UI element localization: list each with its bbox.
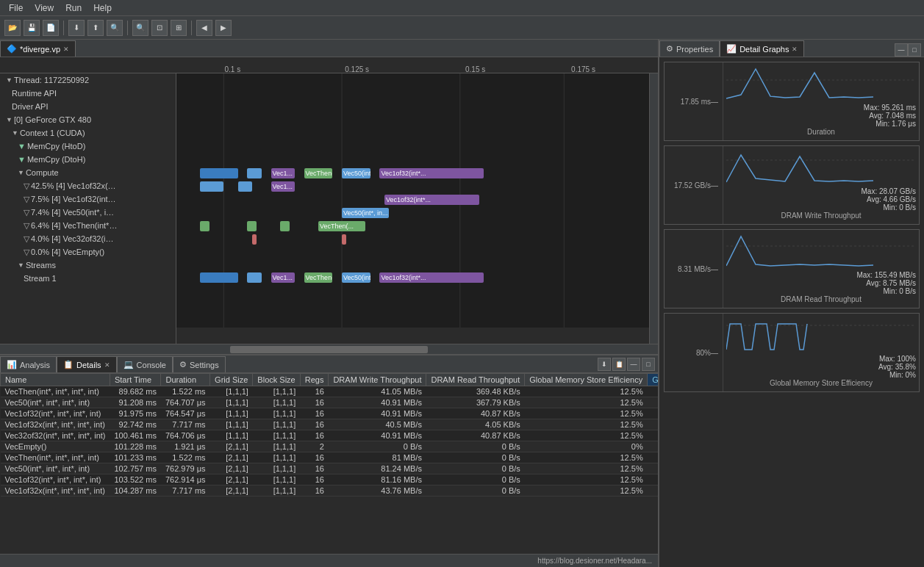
zoom-fit-button[interactable]: ⊡	[151, 20, 168, 36]
copy-details-button[interactable]: 📋	[612, 358, 626, 371]
hscroll-thumb[interactable]	[230, 346, 428, 353]
kernel-row5-2[interactable]	[342, 234, 346, 245]
table-row[interactable]: VecEmpty()101.228 ms1.921 μs[2,1,1][1,1,…	[1, 441, 659, 452]
tab-properties[interactable]: ⚙ Properties	[659, 40, 720, 57]
tree-item-thread[interactable]: ▼ Thread: 1172250992	[0, 73, 176, 87]
menu-file[interactable]: File	[3, 1, 29, 15]
tree-item-vec1of32x-425[interactable]: ▽ 42.5% [4] Vec1of32x(…	[0, 179, 176, 192]
col-global-store[interactable]: Global Memory Store Efficiency	[525, 374, 648, 386]
kernel-block-vec1[interactable]: Vec1...	[271, 168, 295, 178]
maximize-right-button[interactable]: □	[908, 43, 921, 57]
tab-console[interactable]: 💻 Console	[117, 356, 173, 372]
minimize-right-button[interactable]: —	[895, 43, 908, 57]
kernel-block-vec1of32[interactable]: Vec1of32(int*...	[379, 168, 483, 178]
table-row[interactable]: Vec50(int*, int*, int*, int)102.757 ms76…	[1, 463, 659, 474]
kernel-row1-3[interactable]: Vec1...	[271, 181, 295, 192]
table-cell: 7.717 ms	[161, 419, 210, 430]
table-row[interactable]: Vec1of32x(int*, int*, int*, int)92.742 m…	[1, 419, 659, 430]
import-button[interactable]: ⬇	[68, 20, 85, 36]
tab-detail-graphs[interactable]: 📈 Detail Graphs ✕	[720, 40, 804, 57]
tree-item-runtime-api[interactable]: Runtime API	[0, 87, 176, 100]
tab-settings[interactable]: ⚙ Settings	[173, 356, 226, 372]
tab-detail-graphs-close[interactable]: ✕	[792, 46, 798, 53]
stream1-block-3[interactable]: Vec1...	[271, 272, 295, 283]
col-duration[interactable]: Duration	[161, 374, 210, 386]
table-row[interactable]: Vec1of32(int*, int*, int*, int)103.522 m…	[1, 474, 659, 485]
col-block-size[interactable]: Block Size	[253, 374, 300, 386]
table-row[interactable]: Vec32of32(int*, int*, int*, int)100.461 …	[1, 430, 659, 441]
tree-item-context1[interactable]: ▼ Context 1 (CUDA)	[0, 126, 176, 140]
kernel-block-1[interactable]	[200, 168, 237, 178]
details-table-container[interactable]: Name Start Time Duration Grid Size Block…	[0, 373, 658, 554]
kernel-row4-2[interactable]	[247, 221, 257, 231]
export-button[interactable]: ⬆	[87, 20, 104, 36]
tree-item-vecempty-00[interactable]: ▽ 0.0% [4] VecEmpty()	[0, 245, 176, 259]
kernel-block-2[interactable]	[247, 168, 261, 178]
table-row[interactable]: Vec1of32x(int*, int*, int*, int)104.287 …	[1, 485, 659, 496]
prev-button[interactable]: ◀	[196, 20, 212, 36]
tree-item-vec50-74[interactable]: ▽ 7.4% [4] Vec50(int*, i…	[0, 206, 176, 219]
col-global-memory[interactable]: Global Memory	[648, 374, 658, 386]
zoom-in-icon[interactable]: 🔍	[107, 20, 123, 36]
kernel-row5-1[interactable]	[252, 234, 257, 245]
col-start-time[interactable]: Start Time	[110, 374, 160, 386]
table-row[interactable]: VecThen(int*, int*, int*, int)101.233 ms…	[1, 452, 659, 463]
stream1-block-1[interactable]	[200, 272, 237, 283]
tab-analysis[interactable]: 📊 Analysis	[0, 356, 57, 372]
tree-item-driver-api[interactable]: Driver API	[0, 100, 176, 113]
kernel-row4-4[interactable]: VecThen(...	[318, 221, 365, 231]
tab-details-close[interactable]: ✕	[104, 361, 110, 369]
tab-close-button[interactable]: ✕	[63, 46, 69, 53]
stream1-block-2[interactable]	[247, 272, 261, 283]
col-name[interactable]: Name	[1, 374, 110, 386]
vertical-scrollbar[interactable]	[649, 73, 658, 344]
table-cell: [1,1,1]	[253, 441, 300, 452]
zoom-out-button[interactable]: 🔍	[132, 20, 148, 36]
tree-item-compute[interactable]: ▼ Compute	[0, 166, 176, 179]
table-row[interactable]: VecThen(int*, int*, int*, int)89.682 ms1…	[1, 386, 659, 397]
tree-item-vec32of32-40[interactable]: ▽ 4.0% [4] Vec32of32(i…	[0, 232, 176, 245]
horizontal-scrollbar[interactable]	[0, 344, 658, 354]
table-cell: [1,1,1]	[210, 386, 253, 397]
export-details-button[interactable]: ⬇	[598, 358, 611, 371]
menu-view[interactable]: View	[29, 1, 60, 15]
menu-run[interactable]: Run	[60, 1, 87, 15]
tree-item-streams[interactable]: ▼ Streams	[0, 259, 176, 272]
tree-item-memcpy-dtoh[interactable]: ▼ MemCpy (DtoH)	[0, 153, 176, 166]
kernel-row4-3[interactable]	[280, 221, 290, 231]
kernel-row1-2[interactable]	[238, 181, 252, 192]
tree-item-vecthen-64[interactable]: ▽ 6.4% [4] VecThen(int*…	[0, 219, 176, 232]
zoom-100-button[interactable]: ⊞	[171, 20, 187, 36]
col-regs[interactable]: Regs	[300, 374, 329, 386]
minimize-bottom-button[interactable]: —	[627, 358, 640, 371]
prop-section-dram-read: 8.31 MB/s— Max: 155.49 MB/s Avg: 8.75 MB…	[664, 229, 920, 308]
col-dram-write[interactable]: DRAM Write Throughput	[329, 374, 426, 386]
kernel-block-vec50[interactable]: Vec50(int*, in...	[342, 168, 370, 178]
kernel-row2-1[interactable]: Vec1of32(int*...	[384, 195, 479, 205]
save-button[interactable]: 💾	[24, 20, 40, 36]
tree-item-vec1of32-75[interactable]: ▽ 7.5% [4] Vec1of32(int…	[0, 192, 176, 206]
tab-diverge-vp[interactable]: 🔷 *diverge.vp ✕	[0, 40, 76, 57]
tree-item-memcpy-htod[interactable]: ▼ MemCpy (HtoD)	[0, 140, 176, 153]
separator-1	[63, 21, 64, 35]
menu-help[interactable]: Help	[87, 1, 118, 15]
kernel-row4-1[interactable]	[200, 221, 209, 231]
table-cell: 762.979 μs	[161, 463, 210, 474]
table-row[interactable]: Vec1of32(int*, int*, int*, int)91.975 ms…	[1, 408, 659, 419]
stream1-block-6[interactable]: Vec1of32(int*...	[379, 272, 483, 283]
kernel-row3-1[interactable]: Vec50(int*, in...	[342, 208, 389, 218]
tree-item-stream1[interactable]: Stream 1	[0, 272, 176, 285]
kernel-row1-1[interactable]	[200, 181, 223, 192]
table-row[interactable]: Vec50(int*, int*, int*, int)91.208 ms764…	[1, 397, 659, 408]
save-as-button[interactable]: 📄	[43, 20, 59, 36]
maximize-bottom-button[interactable]: □	[642, 358, 655, 371]
kernel-block-vecthen[interactable]: VecThen(...	[304, 168, 333, 178]
open-button[interactable]: 📂	[4, 20, 21, 36]
next-button[interactable]: ▶	[215, 20, 232, 36]
tree-item-gtx480[interactable]: ▼ [0] GeForce GTX 480	[0, 113, 176, 126]
tab-details[interactable]: 📋 Details ✕	[57, 356, 117, 372]
stream1-block-5[interactable]: Vec50(int*, in...	[342, 272, 370, 283]
col-grid-size[interactable]: Grid Size	[210, 374, 253, 386]
col-dram-read[interactable]: DRAM Read Throughput	[426, 374, 525, 386]
stream1-block-4[interactable]: VecThen(...	[304, 272, 333, 283]
